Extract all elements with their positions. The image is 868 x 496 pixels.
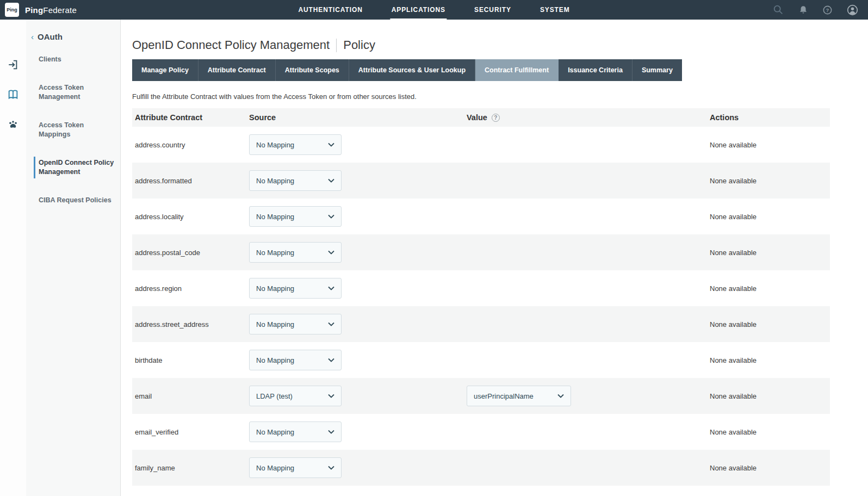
source-dropdown[interactable]: No Mapping xyxy=(249,170,342,191)
chevron-down-icon xyxy=(328,358,334,362)
topnav-item-applications[interactable]: APPLICATIONS xyxy=(390,0,447,20)
sidebar-item-access-token-management[interactable]: Access Token Management xyxy=(26,83,120,102)
header-source: Source xyxy=(246,113,464,122)
table-row: address.locality No Mapping None availab… xyxy=(132,199,830,234)
source-dropdown[interactable]: No Mapping xyxy=(249,206,342,227)
table-row: address.formatted No Mapping None availa… xyxy=(132,163,830,199)
header-value: Value ? xyxy=(464,113,707,122)
svg-text:?: ? xyxy=(826,7,829,13)
chevron-down-icon xyxy=(557,394,564,398)
page-title-main: OpenID Connect Policy Management xyxy=(132,38,330,52)
tab-bar: Manage Policy Attribute Contract Attribu… xyxy=(132,59,682,81)
user-account-icon[interactable] xyxy=(847,4,858,16)
attribute-name: address.postal_code xyxy=(135,249,200,257)
chevron-down-icon xyxy=(328,178,334,183)
topbar: Ping PingFederate AUTHENTICATION APPLICA… xyxy=(0,0,868,20)
actions-text: None available xyxy=(710,177,757,185)
source-dropdown[interactable]: No Mapping xyxy=(249,350,342,370)
attribute-name: address.locality xyxy=(135,213,184,221)
sidebar-item-clients[interactable]: Clients xyxy=(26,55,120,64)
attribute-name: address.formatted xyxy=(135,177,192,185)
sidebar-item-ciba-request-policies[interactable]: CIBA Request Policies xyxy=(26,196,120,205)
chevron-down-icon xyxy=(328,466,334,470)
sidebar-menu: ‹ OAuth Clients Access Token Management … xyxy=(26,20,120,496)
sidebar-item-access-token-mappings[interactable]: Access Token Mappings xyxy=(26,121,120,139)
applications-icon[interactable] xyxy=(7,89,19,101)
source-dropdown[interactable]: No Mapping xyxy=(249,134,342,155)
source-dropdown[interactable]: No Mapping xyxy=(249,457,342,478)
actions-text: None available xyxy=(710,249,757,257)
page-description: Fulfill the Attribute Contract with valu… xyxy=(132,92,830,101)
table-header-row: Attribute Contract Source Value ? Action… xyxy=(132,108,830,127)
actions-text: None available xyxy=(710,428,757,436)
header-actions: Actions xyxy=(707,113,830,122)
fulfillment-table: Attribute Contract Source Value ? Action… xyxy=(132,108,830,486)
table-row: email LDAP (test) userPrincipalName None… xyxy=(132,378,830,414)
source-dropdown[interactable]: No Mapping xyxy=(249,242,342,263)
authentication-icon[interactable] xyxy=(7,59,19,71)
attribute-name: address.country xyxy=(135,141,185,149)
chevron-down-icon xyxy=(328,322,334,326)
app-title: PingFederate xyxy=(25,5,77,15)
page-title-sub: Policy xyxy=(343,38,375,52)
tab-summary[interactable]: Summary xyxy=(633,59,682,81)
table-row: address.postal_code No Mapping None avai… xyxy=(132,234,830,270)
main-content: OpenID Connect Policy Management Policy … xyxy=(121,20,868,496)
header-attribute-contract: Attribute Contract xyxy=(132,113,246,122)
attribute-name: family_name xyxy=(135,464,175,472)
tab-issuance-criteria[interactable]: Issuance Criteria xyxy=(559,59,633,81)
ping-logo[interactable]: Ping xyxy=(5,3,19,17)
tab-attribute-contract[interactable]: Attribute Contract xyxy=(199,59,276,81)
table-row: address.region No Mapping None available xyxy=(132,270,830,306)
attribute-name: address.street_address xyxy=(135,320,209,328)
search-icon[interactable] xyxy=(772,4,784,16)
source-dropdown[interactable]: No Mapping xyxy=(249,278,342,299)
chevron-down-icon xyxy=(328,394,334,398)
attribute-name: email xyxy=(135,392,152,400)
topbar-icons: ? xyxy=(772,4,858,16)
actions-text: None available xyxy=(710,141,757,149)
table-row: address.street_address No Mapping None a… xyxy=(132,306,830,342)
table-row: birthdate No Mapping None available xyxy=(132,342,830,378)
notifications-bell-icon[interactable] xyxy=(798,5,808,15)
source-dropdown[interactable]: No Mapping xyxy=(249,314,342,334)
actions-text: None available xyxy=(710,284,757,293)
tab-attribute-sources-user-lookup[interactable]: Attribute Sources & User Lookup xyxy=(349,59,475,81)
title-divider xyxy=(336,39,337,52)
topnav-item-authentication[interactable]: AUTHENTICATION xyxy=(297,0,363,20)
chevron-down-icon xyxy=(328,286,334,290)
attribute-name: birthdate xyxy=(135,356,163,364)
sidebar: ‹ OAuth Clients Access Token Management … xyxy=(0,20,121,496)
sidebar-items: Clients Access Token Management Access T… xyxy=(26,55,120,205)
table-row: address.country No Mapping None availabl… xyxy=(132,127,830,163)
chevron-down-icon xyxy=(328,142,334,147)
chevron-down-icon xyxy=(328,214,334,219)
value-help-icon[interactable]: ? xyxy=(492,114,500,122)
sidebar-item-openid-connect-policy-management[interactable]: OpenID Connect Policy Management xyxy=(26,158,120,177)
actions-text: None available xyxy=(710,392,757,400)
actions-text: None available xyxy=(710,320,757,328)
tab-attribute-scopes[interactable]: Attribute Scopes xyxy=(276,59,349,81)
help-circle-icon[interactable]: ? xyxy=(822,5,833,15)
topnav-item-security[interactable]: SECURITY xyxy=(473,0,512,20)
source-dropdown[interactable]: LDAP (test) xyxy=(249,386,342,406)
topnav-item-system[interactable]: SYSTEM xyxy=(539,0,571,20)
tab-contract-fulfillment[interactable]: Contract Fulfillment xyxy=(475,59,559,81)
topnav: AUTHENTICATION APPLICATIONS SECURITY SYS… xyxy=(297,0,571,20)
chevron-down-icon xyxy=(328,250,334,255)
security-icon[interactable] xyxy=(7,119,19,131)
page-title: OpenID Connect Policy Management Policy xyxy=(132,38,830,52)
source-dropdown[interactable]: No Mapping xyxy=(249,421,342,442)
value-dropdown[interactable]: userPrincipalName xyxy=(467,386,571,406)
back-to-oauth[interactable]: ‹ OAuth xyxy=(26,32,120,41)
tab-manage-policy[interactable]: Manage Policy xyxy=(132,59,199,81)
sidebar-section-title: OAuth xyxy=(38,32,63,41)
back-chevron-icon: ‹ xyxy=(31,33,34,41)
attribute-name: email_verified xyxy=(135,428,178,436)
attribute-name: address.region xyxy=(135,284,182,293)
table-row: family_name No Mapping None available xyxy=(132,450,830,486)
table-body: address.country No Mapping None availabl… xyxy=(132,127,830,486)
actions-text: None available xyxy=(710,356,757,364)
table-row: email_verified No Mapping None available xyxy=(132,414,830,450)
chevron-down-icon xyxy=(328,430,334,434)
